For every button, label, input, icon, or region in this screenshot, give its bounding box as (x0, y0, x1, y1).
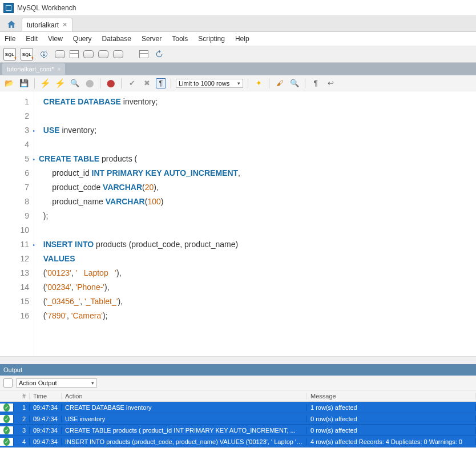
line-number: 2 (0, 109, 29, 123)
code-line[interactable]: INSERT INTO products (product_code, prod… (39, 237, 471, 252)
code-line[interactable] (39, 223, 471, 237)
query-tab[interactable]: tutorialkart_com* × (2, 63, 65, 75)
line-number: 3 (0, 123, 29, 138)
output-grid-header: # Time Action Message (0, 390, 476, 402)
code-line[interactable]: CREATE DATABASE inventory; (39, 95, 471, 109)
code-line[interactable] (39, 109, 471, 123)
inspector-icon[interactable]: 🛈 (38, 48, 50, 60)
code-line[interactable]: ('_03456_', '_Tablet_'), (39, 295, 471, 309)
create-view-icon[interactable] (83, 50, 94, 58)
line-number: 7 (0, 180, 29, 195)
reconnect-icon[interactable] (153, 48, 166, 60)
line-number: 12 (0, 252, 29, 266)
home-button[interactable] (3, 18, 19, 31)
query-tab-bar: tutorialkart_com* × (0, 63, 476, 75)
line-number: 13 (0, 266, 29, 280)
line-number: 11 (0, 237, 29, 252)
create-table-icon[interactable] (70, 50, 79, 58)
beautify-icon[interactable]: ✦ (253, 78, 264, 89)
toggle-whitespace-icon[interactable]: ¶ (156, 78, 166, 88)
status-ok-icon: ✓ (3, 438, 10, 446)
output-row[interactable]: ✓309:47:34CREATE TABLE products ( produc… (0, 425, 476, 436)
execute-icon[interactable]: ⚡ (39, 78, 51, 89)
connection-tab-label: tutorialkart (27, 21, 59, 29)
window-title: MySQL Workbench (17, 4, 76, 12)
output-row[interactable]: ✓409:47:34INSERT INTO products (product_… (0, 436, 476, 447)
menu-file[interactable]: File (5, 35, 15, 43)
output-type-select[interactable]: Action Output (16, 378, 97, 388)
execute-current-icon[interactable]: ⚡ (54, 78, 66, 89)
menu-help[interactable]: Help (235, 35, 249, 43)
search-table-icon[interactable] (139, 50, 148, 58)
line-number: 14 (0, 280, 29, 295)
menu-database[interactable]: Database (102, 35, 131, 43)
main-toolbar: SQL SQL 🛈 (0, 46, 476, 63)
close-query-tab-icon[interactable]: × (58, 66, 61, 72)
line-number: 5 (0, 152, 29, 166)
explain-icon[interactable]: 🔍 (69, 78, 80, 89)
line-number: 8 (0, 195, 29, 209)
line-number: 1 (0, 95, 29, 109)
output-header: Output (0, 364, 476, 376)
limit-rows-select[interactable]: Limit to 1000 rows (176, 79, 243, 88)
menu-query[interactable]: Query (73, 35, 92, 43)
close-tab-icon[interactable]: ✕ (62, 21, 67, 29)
output-grid: # Time Action Message ✓109:47:34CREATE D… (0, 390, 476, 447)
create-function-icon[interactable] (113, 50, 123, 58)
new-sql-tab-icon[interactable]: SQL (3, 48, 16, 60)
find-icon[interactable]: 🖌 (274, 78, 285, 89)
line-number: 6 (0, 166, 29, 180)
code-line[interactable]: ('7890', 'Camera'); (39, 309, 471, 323)
query-tab-label: tutorialkart_com* (7, 66, 54, 72)
sql-editor[interactable]: 12345678910111213141516 CREATE DATABASE … (0, 91, 476, 356)
code-line[interactable]: VALUES (39, 252, 471, 266)
line-number: 15 (0, 295, 29, 309)
editor-scrollbar[interactable] (0, 356, 476, 364)
line-number: 16 (0, 309, 29, 323)
status-ok-icon: ✓ (3, 404, 10, 412)
open-sql-file-icon[interactable]: SQL (21, 48, 33, 60)
rollback-icon[interactable]: ✖ (141, 78, 152, 89)
code-line[interactable]: product_id INT PRIMARY KEY AUTO_INCREMEN… (39, 166, 471, 180)
title-bar: MySQL Workbench (0, 0, 476, 16)
code-line[interactable]: product_name VARCHAR(100) (39, 195, 471, 209)
code-area[interactable]: CREATE DATABASE inventory; USE inventory… (34, 91, 476, 356)
output-row[interactable]: ✓109:47:34CREATE DATABASE inventory1 row… (0, 402, 476, 413)
code-line[interactable] (39, 138, 471, 152)
code-line[interactable]: USE inventory; (39, 123, 471, 138)
menu-tools[interactable]: Tools (172, 35, 188, 43)
output-toolbar: Action Output (0, 376, 476, 390)
menu-scripting[interactable]: Scripting (198, 35, 225, 43)
connection-tab[interactable]: tutorialkart ✕ (22, 18, 72, 31)
code-line[interactable]: ); (39, 209, 471, 223)
line-number: 4 (0, 138, 29, 152)
line-number: 10 (0, 223, 29, 237)
menu-edit[interactable]: Edit (26, 35, 38, 43)
output-copy-icon[interactable] (3, 378, 13, 388)
home-icon (6, 19, 17, 30)
commit-icon[interactable]: ✔ (126, 78, 138, 89)
toggle-autocommit-icon[interactable]: ⬤ (105, 78, 116, 89)
create-procedure-icon[interactable] (98, 50, 108, 58)
status-ok-icon: ✓ (3, 415, 10, 423)
main-tab-strip: tutorialkart ✕ (0, 16, 476, 32)
output-row[interactable]: ✓209:47:34USE inventory0 row(s) affected (0, 413, 476, 425)
code-line[interactable]: CREATE TABLE products ( (39, 152, 471, 166)
search-icon[interactable]: 🔍 (289, 78, 300, 89)
stop-icon[interactable]: ⬤ (84, 78, 95, 89)
save-file-icon[interactable]: 💾 (18, 78, 30, 89)
menu-view[interactable]: View (48, 35, 63, 43)
open-file-icon[interactable]: 📂 (3, 78, 15, 89)
query-toolbar: 📂 💾 ⚡ ⚡ 🔍 ⬤ ⬤ ✔ ✖ ¶ Limit to 1000 rows ✦… (0, 75, 476, 91)
line-number: 9 (0, 209, 29, 223)
line-gutter: 12345678910111213141516 (0, 91, 34, 356)
code-line[interactable]: ('00234', 'Phone-'), (39, 280, 471, 295)
menu-server[interactable]: Server (142, 35, 162, 43)
menu-bar: FileEditViewQueryDatabaseServerToolsScri… (0, 32, 476, 46)
wrap-icon[interactable]: ↩ (325, 78, 336, 89)
code-line[interactable]: ('00123', ' Laptop '), (39, 266, 471, 280)
create-schema-icon[interactable] (55, 50, 65, 58)
app-logo-icon (3, 3, 14, 13)
toggle-invisible-icon[interactable]: ¶ (310, 78, 321, 89)
code-line[interactable]: product_code VARCHAR(20), (39, 180, 471, 195)
